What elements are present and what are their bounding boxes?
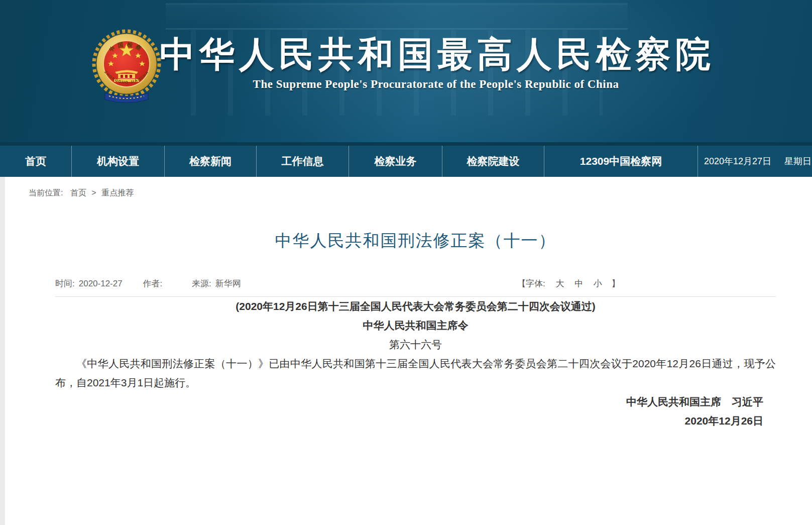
paragraph-body: 《中华人民共和国刑法修正案（十一）》已由中华人民共和国第十三届全国人民代表大会常… xyxy=(55,354,776,392)
nav-top-strip xyxy=(0,142,812,146)
procuratorate-emblem-icon: 中国检察 ZHONGGUO JIANCHA xyxy=(92,25,161,112)
paragraph-sign-date: 2020年12月26日 xyxy=(55,411,776,431)
font-size-medium-button[interactable]: 中 xyxy=(574,279,583,288)
font-widget-open: 【字体: xyxy=(517,279,545,288)
breadcrumb: 当前位置: 首页 > 重点推荐 xyxy=(5,177,812,198)
site-title-block: 中华人民共和国最高人民检察院 The Supreme People's Proc… xyxy=(160,35,712,91)
article: 中华人民共和国刑法修正案（十一） 时间:2020-12-27 作者: 来源:新华… xyxy=(55,230,776,431)
site-title-cn: 中华人民共和国最高人民检察院 xyxy=(160,35,712,74)
nav-weekday: 星期日 xyxy=(784,155,811,167)
breadcrumb-separator: > xyxy=(91,188,96,197)
font-widget-close: 】 xyxy=(612,279,620,288)
paragraph-decree-number: 第六十六号 xyxy=(55,335,776,354)
nav-date-block: 2020年12月27日 星期日 xyxy=(698,146,812,177)
breadcrumb-label: 当前位置: xyxy=(29,188,63,197)
page-content: 当前位置: 首页 > 重点推荐 中华人民共和国刑法修正案（十一） 时间:2020… xyxy=(5,177,812,525)
breadcrumb-current-link[interactable]: 重点推荐 xyxy=(101,188,134,197)
font-size-large-button[interactable]: 大 xyxy=(555,279,564,288)
breadcrumb-home-link[interactable]: 首页 xyxy=(70,188,86,197)
article-title: 中华人民共和国刑法修正案（十一） xyxy=(55,230,776,252)
nav-item-home[interactable]: 首页 xyxy=(0,146,72,177)
font-size-small-button[interactable]: 小 xyxy=(594,279,602,288)
main-nav: 首页 机构设置 检察新闻 工作信息 检察业务 检察院建设 12309中国检察网 … xyxy=(0,146,812,177)
meta-time-value: 2020-12-27 xyxy=(79,279,123,288)
font-size-widget: 【字体: 大 中 小 】 xyxy=(517,278,620,289)
nav-item-12309-network[interactable]: 12309中国检察网 xyxy=(544,146,698,177)
nav-item-organization[interactable]: 机构设置 xyxy=(72,146,165,177)
nav-date: 2020年12月27日 xyxy=(704,155,771,167)
meta-time-label: 时间: xyxy=(55,279,75,288)
site-header: 中国检察 ZHONGGUO JIANCHA 中华人民共和国最高人民检察院 The… xyxy=(0,0,812,142)
article-meta-row: 时间:2020-12-27 作者: 来源:新华网 【字体: 大 中 小 】 xyxy=(55,278,776,289)
nav-item-procuratorate-construction[interactable]: 检察院建设 xyxy=(442,146,544,177)
nav-item-work-info[interactable]: 工作信息 xyxy=(257,146,349,177)
nav-item-procuratorial-news[interactable]: 检察新闻 xyxy=(165,146,257,177)
meta-source-value: 新华网 xyxy=(215,279,241,288)
meta-author-label: 作者: xyxy=(143,279,162,288)
nav-item-procuratorial-business[interactable]: 检察业务 xyxy=(349,146,442,177)
paragraph-signature: 中华人民共和国主席 习近平 xyxy=(55,392,776,411)
site-title-en: The Supreme People's Procuratorate of th… xyxy=(160,78,712,91)
paragraph-presidential-decree: 中华人民共和国主席令 xyxy=(55,316,776,335)
paragraph-passed-note: (2020年12月26日第十三届全国人民代表大会常务委员会第二十四次会议通过) xyxy=(55,297,776,316)
meta-source-label: 来源: xyxy=(192,279,211,288)
